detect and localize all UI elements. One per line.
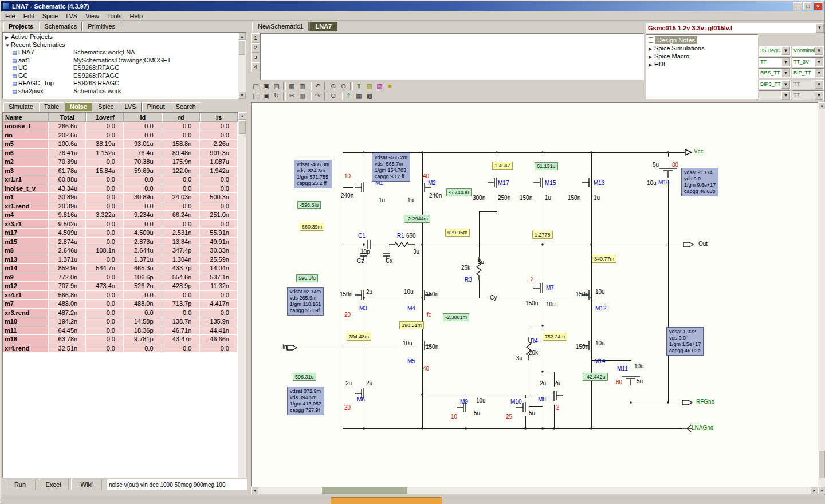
line-number-1[interactable]: 1 [251, 33, 260, 43]
corner-combo-4-1[interactable]: TT▼ [792, 90, 824, 100]
vertical-scrollbar[interactable]: ▲ ▼ [818, 102, 825, 494]
operating-point-annotation[interactable]: 1.4947 [492, 162, 513, 170]
menu-edit[interactable]: Edit [19, 12, 38, 20]
device-info-box[interactable]: vdsat 372.9mvds 394.5m1/gm 413.052capgg … [287, 387, 324, 415]
operating-point-annotation[interactable]: -596.3fu [297, 201, 321, 209]
schematic-tab-newschematic1[interactable]: NewSchematic1 [252, 22, 309, 32]
tree-group-active-projects[interactable]: ▶Active Projects [3, 33, 246, 41]
table-row[interactable]: inoise_t_v43.34u0.00.00.00.0 [3, 184, 238, 194]
title-bar[interactable]: LNA7 - Schematic (4.3.97) _ □ × [1, 1, 824, 11]
operating-point-annotation[interactable]: 596.31u [293, 373, 316, 381]
tab-simulate[interactable]: Simulate [3, 102, 38, 112]
tab-projects[interactable]: Projects [3, 22, 38, 32]
column-header-name[interactable]: Name [3, 113, 49, 122]
tab-lvs[interactable]: LVS [120, 102, 142, 112]
wiki-button[interactable]: Wiki [71, 479, 102, 490]
notes-item-spice-simulations[interactable]: ▶Spice Simulations [646, 44, 757, 52]
taskbar-item[interactable] [331, 497, 442, 504]
close-button[interactable]: × [814, 2, 823, 10]
column-header-id[interactable]: id [124, 113, 162, 122]
table-row[interactable]: m1663.78n0.09.781p43.47n46.66n [3, 335, 238, 344]
corner-combo-2-0[interactable]: RES_TT▼ [759, 68, 791, 78]
schematic-canvas[interactable]: M1M2M17M15M13M16M3M4M7M12M5M14M6M9M10M8M… [251, 102, 818, 487]
corner-combo-0-0[interactable]: 35 DegC▼ [759, 46, 791, 56]
undo-icon[interactable]: ↶ [313, 82, 323, 90]
process-corner-combo[interactable]: Gsmc015 1.2v 3.3v: gl015lv.l ▼ [646, 23, 824, 33]
table-row[interactable]: m10194.2n0.014.58p138.7n135.9n [3, 317, 238, 326]
operating-point-annotation[interactable]: 398.51m [399, 321, 424, 329]
new-file-icon[interactable]: ▢ [251, 82, 261, 90]
notes-item-design-notes[interactable]: Design Notes [646, 36, 757, 44]
open-icon[interactable]: ▢ [251, 92, 261, 100]
table-row[interactable]: xr1.r160.88u0.00.00.00.0 [3, 175, 238, 184]
schematic-tab-lna7[interactable]: LNA7 [309, 22, 337, 32]
tree-group-recent-schematics[interactable]: ▼Recent Schematics [3, 41, 246, 49]
tab-schematics[interactable]: Schematics [39, 22, 82, 32]
tree-item-aaf1[interactable]: ▤aaf1MySchematics:Drawings;CMOSET [3, 57, 246, 65]
refresh-icon[interactable]: ↻ [272, 92, 281, 100]
chevron-down-icon[interactable]: ▼ [815, 69, 823, 77]
collapse-icon[interactable]: ▼ [5, 42, 11, 50]
line-number-3[interactable]: 3 [251, 53, 260, 62]
operating-point-annotation[interactable]: 1.2778 [532, 231, 553, 239]
chevron-down-icon[interactable]: ▼ [781, 58, 790, 66]
operating-point-annotation[interactable]: 394.48m [347, 333, 371, 341]
zoom-out-icon[interactable]: ⊖ [339, 82, 348, 90]
tree-item-gc[interactable]: ▤GCES9268:RFAGC [3, 72, 246, 80]
table-row[interactable]: xr4.r1566.8n0.00.00.00.0 [3, 291, 238, 300]
corner-combo-2-1[interactable]: BIP_TT▼ [792, 68, 824, 78]
chevron-down-icon[interactable]: ▼ [815, 80, 823, 89]
table-row[interactable]: m5100.6u38.19u93.01u158.8n2.26u [3, 140, 238, 149]
table-row[interactable]: m82.646u108.1n2.644u347.4p30.33n [3, 246, 238, 255]
tab-spice[interactable]: Spice [93, 102, 119, 112]
device-info-box[interactable]: vdsat -465.2mvds -565.7m1/gm 154.703capg… [372, 153, 410, 182]
chip-icon[interactable]: ▩ [364, 92, 374, 100]
console-text[interactable] [260, 33, 644, 80]
spice-command-input[interactable] [107, 479, 247, 490]
paste-icon[interactable]: ▥ [297, 92, 307, 100]
redo-icon[interactable]: ↷ [313, 92, 323, 100]
tab-search[interactable]: Search [171, 102, 201, 112]
tree-item-sha2pwx[interactable]: ▤sha2pwxSchematics:work [3, 88, 246, 96]
table-scrollbar[interactable]: ▲ [238, 112, 246, 478]
copy-icon[interactable]: ▥ [297, 82, 307, 90]
tree-item-lna7[interactable]: ▤LNA7Schematics:work;LNA [3, 49, 246, 57]
print-icon[interactable]: ▤ [272, 82, 281, 90]
column-header-rd[interactable]: rd [162, 113, 201, 122]
zoom-in-icon[interactable]: ⊕ [328, 82, 338, 90]
table-row[interactable]: xr1.rend20.39u0.00.00.00.0 [3, 202, 238, 211]
device-info-box[interactable]: vdsat -1.174vds 0.01/gm 9.6e+17capgg 46.… [681, 168, 718, 196]
tree-scrollbar[interactable]: ▲ ▼ [238, 33, 246, 98]
table-row[interactable]: m9772.0n0.0106.6p554.6n537.1n [3, 273, 238, 282]
table-row[interactable]: m131.371u0.01.371u1.304n25.59n [3, 255, 238, 265]
table-row[interactable]: m676.41u1.152u76.4u89.48n901.3n [3, 149, 238, 158]
chevron-down-icon[interactable]: ▼ [815, 46, 823, 55]
chevron-down-icon[interactable]: ▼ [781, 91, 790, 100]
horizontal-scrollbar[interactable]: ◄ ► [251, 487, 818, 494]
table-row[interactable]: m174.509u0.04.509u2.531n55.91n [3, 229, 238, 238]
device-info-box[interactable]: vdsat 1.022vds 0.01/gm 1.5e+17capgg 46.0… [666, 327, 704, 356]
lock-icon[interactable]: ■ [385, 82, 395, 90]
menu-view[interactable]: View [81, 12, 103, 20]
chevron-down-icon[interactable]: ▼ [815, 58, 823, 66]
corner-combo-1-1[interactable]: TT_3V▼ [792, 57, 824, 67]
menu-lvs[interactable]: LVS [62, 12, 81, 20]
table-row[interactable]: m130.89u0.030.89u24.03n500.3n [3, 193, 238, 202]
tab-noise[interactable]: Noise [65, 102, 92, 112]
corner-combo-3-0[interactable]: BIP3_TT▼ [759, 80, 791, 89]
notes-item-hdl[interactable]: ▶HDL [646, 60, 757, 68]
save-icon[interactable]: ▣ [261, 82, 271, 90]
vscroll-thumb[interactable] [818, 451, 825, 478]
hscroll-thumb[interactable] [321, 487, 407, 494]
tab-pinout[interactable]: Pinout [142, 102, 170, 112]
push-up-icon[interactable]: ⇑ [354, 82, 364, 90]
column-header-rs[interactable]: rs [200, 113, 238, 122]
save-as-icon[interactable]: ▣ [261, 92, 271, 100]
line-number-2[interactable]: 2 [251, 43, 260, 53]
probe-icon[interactable]: ▧ [364, 82, 374, 90]
chevron-down-icon[interactable]: ▼ [781, 69, 790, 77]
menu-help[interactable]: Help [126, 12, 147, 20]
chevron-down-icon[interactable]: ▼ [781, 46, 790, 55]
operating-point-annotation[interactable]: 61.131u [535, 162, 558, 170]
run-button[interactable]: Run [5, 479, 36, 490]
